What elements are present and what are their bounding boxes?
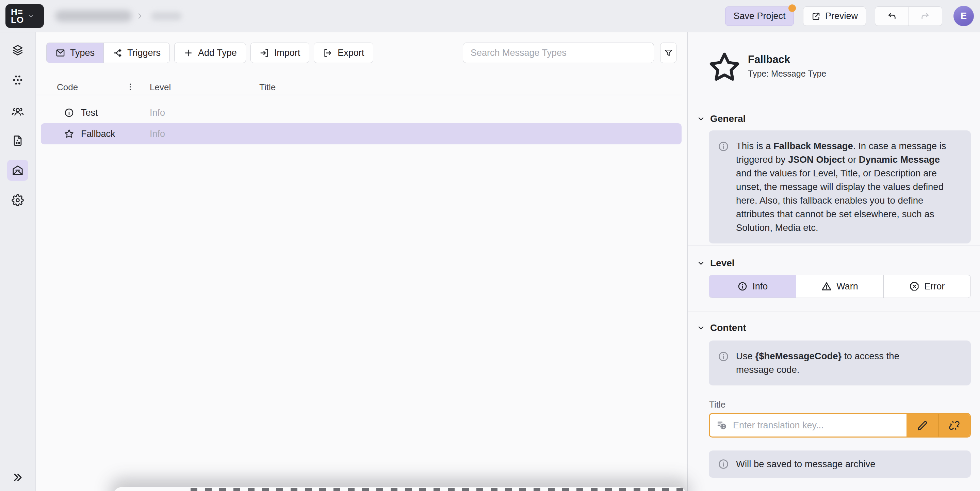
level-error-label: Error — [924, 281, 945, 292]
add-type-button[interactable]: Add Type — [174, 43, 246, 63]
section-general-heading: General — [710, 113, 746, 124]
sidebar-item-users[interactable] — [7, 101, 28, 122]
section-content-heading: Content — [710, 322, 746, 333]
top-bar: H≡ LO Save Project Preview E — [0, 0, 980, 32]
sidebar-item-media[interactable] — [7, 130, 28, 151]
avatar[interactable]: E — [953, 6, 974, 26]
column-menu-button[interactable] — [124, 81, 137, 93]
users-icon — [11, 105, 24, 118]
title-translation-field — [709, 413, 971, 438]
warning-triangle-icon — [821, 281, 832, 292]
sidebar-item-layers[interactable] — [7, 40, 28, 61]
row-code: Fallback — [81, 129, 115, 139]
column-header-level: Level — [150, 82, 171, 92]
app-logo: H≡ LO — [11, 8, 24, 24]
detail-panel: Fallback Type: Message Type General This… — [687, 32, 980, 491]
translation-key-input[interactable] — [727, 414, 907, 437]
unlink-icon — [949, 420, 959, 431]
tab-triggers[interactable]: Triggers — [103, 43, 169, 63]
translation-key-icon — [717, 420, 727, 431]
layers-icon — [11, 44, 24, 56]
undo-redo-group — [875, 6, 942, 26]
undo-icon — [886, 11, 897, 22]
general-info-box: This is a Fallback Message. In case a me… — [709, 131, 971, 244]
breadcrumb-separator-icon — [135, 11, 144, 21]
column-divider — [251, 80, 251, 93]
title-field-label: Title — [709, 399, 725, 410]
content-info-box: Use {$heMessageCode} to access the messa… — [709, 341, 971, 386]
sidebar-expand-button[interactable] — [7, 467, 28, 488]
filter-button[interactable] — [660, 43, 676, 63]
row-level: Info — [150, 108, 165, 118]
star-icon — [707, 50, 742, 85]
info-circle-icon — [718, 458, 729, 470]
level-option-info[interactable]: Info — [709, 275, 796, 298]
bottom-canvas-dashed-edge — [191, 488, 686, 491]
unsaved-changes-dot — [788, 5, 796, 12]
export-icon — [323, 48, 333, 58]
section-level-toggle[interactable]: Level — [697, 258, 735, 269]
level-segmented-control: Info Warn Error — [709, 275, 971, 298]
table-row-test[interactable]: Test Info — [41, 102, 682, 123]
content-info-text: Use {$heMessageCode} to access the messa… — [736, 349, 927, 376]
breadcrumb-project-blurred[interactable] — [55, 10, 132, 22]
chevron-down-icon — [697, 324, 705, 332]
column-header-code: Code — [57, 82, 78, 92]
section-level-heading: Level — [710, 258, 735, 269]
column-divider — [144, 80, 144, 93]
kebab-icon — [126, 82, 135, 91]
export-label: Export — [337, 48, 364, 58]
sidebar-item-messages[interactable] — [7, 160, 28, 181]
level-option-error[interactable]: Error — [883, 275, 970, 298]
archive-info-text: Will be saved to message archive — [736, 457, 875, 471]
redo-icon — [920, 11, 931, 22]
unlink-translation-button[interactable] — [938, 414, 970, 437]
tab-types[interactable]: Types — [47, 43, 103, 63]
star-icon — [64, 129, 74, 139]
types-triggers-tabs: Types Triggers — [46, 43, 170, 63]
redo-button-disabled[interactable] — [908, 7, 942, 26]
section-content-toggle[interactable]: Content — [697, 322, 746, 333]
level-info-label: Info — [752, 281, 768, 292]
export-button[interactable]: Export — [314, 43, 373, 63]
app-logo-menu[interactable]: H≡ LO — [5, 4, 44, 28]
funnel-icon — [664, 48, 673, 57]
media-document-icon — [11, 134, 24, 147]
tab-types-label: Types — [70, 48, 95, 58]
import-button[interactable]: Import — [250, 43, 310, 63]
chevrons-right-icon — [12, 472, 24, 483]
search-input[interactable] — [463, 43, 654, 63]
toolbar: Types Triggers Add Type Import Export — [46, 43, 373, 63]
table-row-fallback[interactable]: Fallback Info — [41, 123, 682, 144]
breadcrumb-page-blurred — [151, 12, 182, 21]
sidebar-item-apps[interactable] — [7, 69, 28, 91]
apps-grid-icon — [11, 74, 24, 86]
preview-label: Preview — [825, 11, 858, 21]
table-header-border — [36, 95, 682, 95]
sidebar-item-settings[interactable] — [7, 190, 28, 211]
level-option-warn[interactable]: Warn — [796, 275, 883, 298]
avatar-initial: E — [961, 11, 967, 21]
panel-subtitle: Type: Message Type — [748, 69, 826, 79]
save-project-label: Save Project — [733, 11, 785, 21]
edit-translation-button[interactable] — [907, 414, 938, 437]
split-icon — [113, 48, 123, 58]
chevron-down-icon — [27, 12, 35, 20]
chevron-down-icon — [697, 259, 705, 267]
general-info-text: This is a Fallback Message. In case a me… — [736, 139, 956, 234]
preview-button[interactable]: Preview — [803, 6, 866, 26]
section-general-toggle[interactable]: General — [697, 113, 746, 124]
tab-triggers-label: Triggers — [127, 48, 161, 58]
import-label: Import — [274, 48, 301, 58]
plus-icon — [183, 48, 193, 58]
envelope-icon — [56, 48, 65, 58]
undo-button[interactable] — [875, 7, 908, 26]
error-octagon-icon — [909, 281, 920, 292]
panel-title: Fallback — [748, 53, 790, 66]
row-code: Test — [81, 108, 98, 118]
save-project-button[interactable]: Save Project — [725, 6, 794, 26]
column-header-title: Title — [259, 82, 275, 92]
archive-info-box: Will be saved to message archive — [709, 451, 971, 478]
info-circle-icon — [737, 281, 748, 292]
open-envelope-icon — [11, 164, 24, 176]
